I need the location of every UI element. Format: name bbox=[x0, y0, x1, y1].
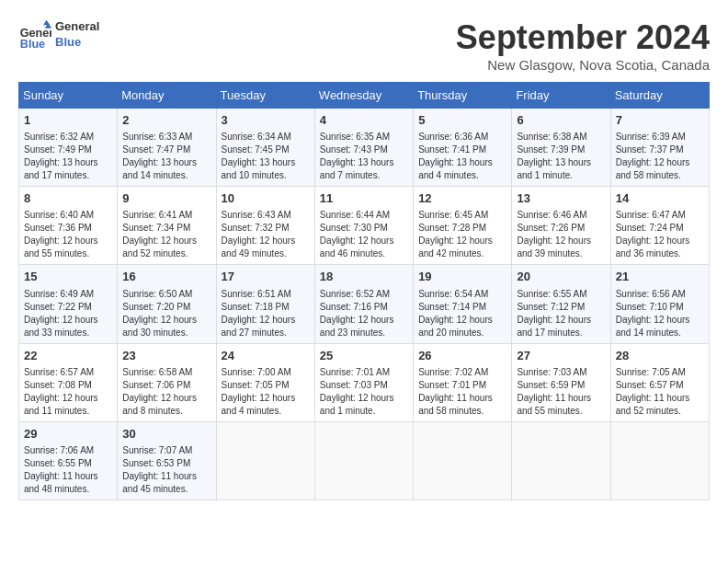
calendar-day-cell: 27Sunrise: 7:03 AM Sunset: 6:59 PM Dayli… bbox=[512, 343, 610, 421]
calendar-week-row: 1Sunrise: 6:32 AM Sunset: 7:49 PM Daylig… bbox=[19, 109, 710, 187]
day-info: Sunrise: 6:32 AM Sunset: 7:49 PM Dayligh… bbox=[24, 131, 112, 182]
logo: General Blue General Blue bbox=[18, 18, 99, 52]
day-number: 29 bbox=[24, 426, 112, 442]
calendar-day-cell: 3Sunrise: 6:34 AM Sunset: 7:45 PM Daylig… bbox=[216, 109, 314, 187]
day-number: 10 bbox=[222, 190, 310, 207]
calendar-week-row: 29Sunrise: 7:06 AM Sunset: 6:55 PM Dayli… bbox=[19, 421, 710, 500]
day-number: 23 bbox=[122, 348, 210, 364]
day-number: 20 bbox=[517, 269, 605, 285]
day-number: 26 bbox=[418, 348, 506, 364]
calendar-day-cell: 11Sunrise: 6:44 AM Sunset: 7:30 PM Dayli… bbox=[314, 187, 413, 265]
calendar-day-cell: 15Sunrise: 6:49 AM Sunset: 7:22 PM Dayli… bbox=[19, 265, 118, 343]
calendar-day-cell: 25Sunrise: 7:01 AM Sunset: 7:03 PM Dayli… bbox=[314, 343, 413, 421]
calendar-day-cell bbox=[512, 421, 610, 500]
day-info: Sunrise: 7:02 AM Sunset: 7:01 PM Dayligh… bbox=[418, 366, 506, 418]
day-info: Sunrise: 6:43 AM Sunset: 7:32 PM Dayligh… bbox=[222, 209, 310, 260]
weekday-header: Saturday bbox=[610, 83, 709, 109]
day-info: Sunrise: 6:50 AM Sunset: 7:20 PM Dayligh… bbox=[122, 288, 210, 339]
day-number: 8 bbox=[24, 190, 112, 207]
calendar-day-cell bbox=[216, 421, 314, 500]
day-info: Sunrise: 6:44 AM Sunset: 7:30 PM Dayligh… bbox=[320, 209, 408, 260]
day-number: 25 bbox=[320, 348, 408, 364]
day-number: 22 bbox=[24, 348, 112, 364]
day-info: Sunrise: 6:41 AM Sunset: 7:34 PM Dayligh… bbox=[122, 209, 210, 260]
calendar-day-cell: 16Sunrise: 6:50 AM Sunset: 7:20 PM Dayli… bbox=[118, 265, 216, 343]
day-number: 17 bbox=[222, 269, 310, 285]
calendar-header-row: SundayMondayTuesdayWednesdayThursdayFrid… bbox=[19, 83, 710, 109]
calendar-day-cell: 28Sunrise: 7:05 AM Sunset: 6:57 PM Dayli… bbox=[610, 343, 709, 421]
day-info: Sunrise: 6:46 AM Sunset: 7:26 PM Dayligh… bbox=[517, 209, 605, 260]
calendar-day-cell: 24Sunrise: 7:00 AM Sunset: 7:05 PM Dayli… bbox=[216, 343, 314, 421]
logo-text-blue: Blue bbox=[55, 35, 99, 51]
weekday-header: Monday bbox=[118, 83, 216, 109]
day-number: 5 bbox=[418, 112, 506, 129]
logo-text-general: General bbox=[55, 19, 99, 35]
calendar-day-cell bbox=[414, 421, 512, 500]
day-info: Sunrise: 6:56 AM Sunset: 7:10 PM Dayligh… bbox=[616, 288, 704, 339]
logo-icon: General Blue bbox=[18, 18, 51, 52]
calendar-day-cell: 22Sunrise: 6:57 AM Sunset: 7:08 PM Dayli… bbox=[19, 343, 118, 421]
page-header: General Blue General Blue September 2024… bbox=[18, 18, 710, 73]
day-info: Sunrise: 6:58 AM Sunset: 7:06 PM Dayligh… bbox=[122, 366, 210, 418]
day-info: Sunrise: 6:36 AM Sunset: 7:41 PM Dayligh… bbox=[418, 131, 506, 182]
day-info: Sunrise: 6:39 AM Sunset: 7:37 PM Dayligh… bbox=[616, 131, 704, 182]
calendar-day-cell bbox=[314, 421, 413, 500]
calendar-day-cell: 20Sunrise: 6:55 AM Sunset: 7:12 PM Dayli… bbox=[512, 265, 610, 343]
day-info: Sunrise: 6:57 AM Sunset: 7:08 PM Dayligh… bbox=[24, 366, 112, 418]
day-info: Sunrise: 6:49 AM Sunset: 7:22 PM Dayligh… bbox=[24, 288, 112, 339]
svg-text:Blue: Blue bbox=[20, 38, 45, 51]
day-number: 14 bbox=[616, 190, 704, 207]
calendar-day-cell: 7Sunrise: 6:39 AM Sunset: 7:37 PM Daylig… bbox=[610, 109, 709, 187]
day-info: Sunrise: 6:33 AM Sunset: 7:47 PM Dayligh… bbox=[122, 131, 210, 182]
calendar-week-row: 22Sunrise: 6:57 AM Sunset: 7:08 PM Dayli… bbox=[19, 343, 710, 421]
day-info: Sunrise: 6:40 AM Sunset: 7:36 PM Dayligh… bbox=[24, 209, 112, 260]
day-info: Sunrise: 7:01 AM Sunset: 7:03 PM Dayligh… bbox=[320, 366, 408, 418]
calendar-day-cell: 9Sunrise: 6:41 AM Sunset: 7:34 PM Daylig… bbox=[118, 187, 216, 265]
calendar-week-row: 8Sunrise: 6:40 AM Sunset: 7:36 PM Daylig… bbox=[19, 187, 710, 265]
day-number: 27 bbox=[517, 348, 605, 364]
day-info: Sunrise: 6:54 AM Sunset: 7:14 PM Dayligh… bbox=[418, 288, 506, 339]
calendar-day-cell: 12Sunrise: 6:45 AM Sunset: 7:28 PM Dayli… bbox=[414, 187, 512, 265]
day-info: Sunrise: 7:05 AM Sunset: 6:57 PM Dayligh… bbox=[616, 366, 704, 418]
day-info: Sunrise: 6:35 AM Sunset: 7:43 PM Dayligh… bbox=[320, 131, 408, 182]
day-info: Sunrise: 6:34 AM Sunset: 7:45 PM Dayligh… bbox=[222, 131, 310, 182]
calendar-day-cell: 29Sunrise: 7:06 AM Sunset: 6:55 PM Dayli… bbox=[19, 421, 118, 500]
weekday-header: Thursday bbox=[414, 83, 512, 109]
calendar-day-cell: 6Sunrise: 6:38 AM Sunset: 7:39 PM Daylig… bbox=[512, 109, 610, 187]
day-number: 7 bbox=[616, 112, 704, 129]
calendar-day-cell: 30Sunrise: 7:07 AM Sunset: 6:53 PM Dayli… bbox=[118, 421, 216, 500]
calendar-table: SundayMondayTuesdayWednesdayThursdayFrid… bbox=[18, 82, 710, 500]
day-number: 1 bbox=[24, 112, 112, 129]
day-number: 28 bbox=[616, 348, 704, 364]
calendar-day-cell: 13Sunrise: 6:46 AM Sunset: 7:26 PM Dayli… bbox=[512, 187, 610, 265]
location-title: New Glasgow, Nova Scotia, Canada bbox=[456, 57, 710, 73]
calendar-day-cell: 19Sunrise: 6:54 AM Sunset: 7:14 PM Dayli… bbox=[414, 265, 512, 343]
calendar-day-cell: 1Sunrise: 6:32 AM Sunset: 7:49 PM Daylig… bbox=[19, 109, 118, 187]
day-info: Sunrise: 7:06 AM Sunset: 6:55 PM Dayligh… bbox=[24, 444, 112, 496]
day-number: 16 bbox=[122, 269, 210, 285]
day-info: Sunrise: 6:51 AM Sunset: 7:18 PM Dayligh… bbox=[222, 288, 310, 339]
calendar-day-cell bbox=[610, 421, 709, 500]
day-number: 4 bbox=[320, 112, 408, 129]
calendar-week-row: 15Sunrise: 6:49 AM Sunset: 7:22 PM Dayli… bbox=[19, 265, 710, 343]
day-info: Sunrise: 6:45 AM Sunset: 7:28 PM Dayligh… bbox=[418, 209, 506, 260]
title-block: September 2024 New Glasgow, Nova Scotia,… bbox=[456, 18, 710, 73]
day-info: Sunrise: 7:00 AM Sunset: 7:05 PM Dayligh… bbox=[222, 366, 310, 418]
calendar-day-cell: 18Sunrise: 6:52 AM Sunset: 7:16 PM Dayli… bbox=[314, 265, 413, 343]
weekday-header: Sunday bbox=[19, 83, 118, 109]
day-number: 6 bbox=[517, 112, 605, 129]
calendar-day-cell: 10Sunrise: 6:43 AM Sunset: 7:32 PM Dayli… bbox=[216, 187, 314, 265]
day-info: Sunrise: 7:03 AM Sunset: 6:59 PM Dayligh… bbox=[517, 366, 605, 418]
day-number: 2 bbox=[122, 112, 210, 129]
day-number: 30 bbox=[122, 426, 210, 442]
day-number: 3 bbox=[222, 112, 310, 129]
calendar-day-cell: 4Sunrise: 6:35 AM Sunset: 7:43 PM Daylig… bbox=[314, 109, 413, 187]
calendar-day-cell: 23Sunrise: 6:58 AM Sunset: 7:06 PM Dayli… bbox=[118, 343, 216, 421]
day-number: 18 bbox=[320, 269, 408, 285]
day-number: 15 bbox=[24, 269, 112, 285]
day-number: 12 bbox=[418, 190, 506, 207]
month-title: September 2024 bbox=[456, 18, 710, 57]
calendar-day-cell: 8Sunrise: 6:40 AM Sunset: 7:36 PM Daylig… bbox=[19, 187, 118, 265]
day-number: 24 bbox=[222, 348, 310, 364]
calendar-day-cell: 5Sunrise: 6:36 AM Sunset: 7:41 PM Daylig… bbox=[414, 109, 512, 187]
